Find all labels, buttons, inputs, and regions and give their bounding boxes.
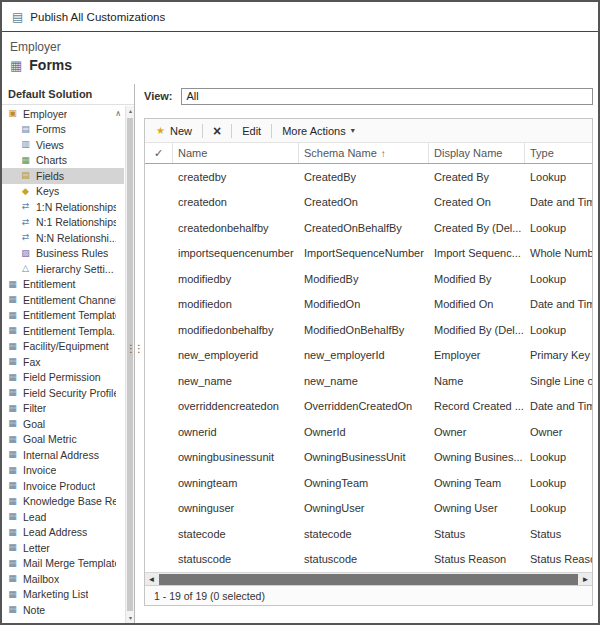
scroll-right-icon[interactable]: ►: [579, 574, 592, 585]
tree-item[interactable]: ▦ Lead Address: [2, 525, 124, 541]
edit-button-label: Edit: [242, 125, 261, 137]
cell-type: Status: [525, 528, 592, 540]
tree-item[interactable]: ▦ Entitlement Templa...: [2, 323, 124, 339]
tree-item[interactable]: ▦ Facility/Equipment: [2, 339, 124, 355]
cell-name: owningteam: [173, 477, 299, 489]
tree-item[interactable]: ▦ Entitlement: [2, 277, 124, 293]
tree-item-label: N:N Relationshi...: [36, 232, 116, 244]
tree-item[interactable]: ▦ Note: [2, 602, 124, 618]
cell-schema-name: new_employerId: [299, 349, 429, 361]
cell-type: Date and Time: [525, 298, 592, 310]
cell-name: statecode: [173, 528, 299, 540]
table-row[interactable]: ownerid OwnerId Owner Owner: [145, 419, 592, 445]
tree-item[interactable]: ▦ Mail Merge Template: [2, 556, 124, 572]
tree-item-label: Internal Address: [23, 449, 99, 461]
sidebar-scrollbar-thumb[interactable]: [127, 118, 133, 611]
publish-all-customizations-button[interactable]: Publish All Customizations: [30, 11, 165, 23]
table-row[interactable]: statecode statecode Status Status: [145, 521, 592, 547]
tree-item[interactable]: ▥ Views: [2, 137, 124, 153]
collapse-chevron-icon[interactable]: ∧: [115, 109, 124, 118]
table-row[interactable]: createdonbehalfby CreatedOnBehalfBy Crea…: [145, 215, 592, 241]
tree-item[interactable]: ⇄ 1:N Relationships: [2, 199, 124, 215]
tree-item[interactable]: ▤ Fields: [2, 168, 124, 184]
more-actions-button[interactable]: More Actions ▾: [277, 123, 360, 139]
cell-name: modifiedon: [173, 298, 299, 310]
tree-item[interactable]: ▦ Entitlement Channel: [2, 292, 124, 308]
new-button[interactable]: ★ New: [151, 123, 197, 139]
view-row: View: All: [144, 86, 593, 106]
column-header-display-name[interactable]: Display Name: [429, 143, 525, 163]
cell-display-name: Modified By (Del...: [429, 324, 525, 336]
table-row[interactable]: createdon CreatedOn Created On Date and …: [145, 190, 592, 216]
tree-item[interactable]: ▦ Filter: [2, 401, 124, 417]
tree-item-label: Employer: [23, 108, 67, 120]
tree-item[interactable]: ▦ Invoice Product: [2, 478, 124, 494]
tree-item[interactable]: ▦ Mailbox: [2, 571, 124, 587]
tree-item[interactable]: ▦ Goal Metric: [2, 432, 124, 448]
tree-item[interactable]: ⇄ N:1 Relationships: [2, 215, 124, 231]
tree-item-icon: ▦: [7, 311, 18, 320]
table-row[interactable]: importsequencenumber ImportSequenceNumbe…: [145, 241, 592, 267]
cell-schema-name: CreatedOn: [299, 196, 429, 208]
table-row[interactable]: overriddencreatedon OverriddenCreatedOn …: [145, 394, 592, 420]
delete-button[interactable]: ×: [208, 122, 226, 140]
tree-item[interactable]: ▤ Forms: [2, 122, 124, 138]
table-row[interactable]: new_name new_name Name Single Line of Te…: [145, 368, 592, 394]
tree-item[interactable]: ▦ Knowledge Base Re...: [2, 494, 124, 510]
tree-item[interactable]: △ Hierarchy Setti...: [2, 261, 124, 277]
column-header-schema-name[interactable]: Schema Name ↑: [299, 143, 429, 163]
scroll-down-icon[interactable]: ▾: [126, 613, 135, 623]
pane-splitter-grip-icon[interactable]: ⋮⋮: [126, 344, 136, 353]
tree-item[interactable]: ⇄ N:N Relationshi...: [2, 230, 124, 246]
scroll-up-icon[interactable]: ▴: [126, 106, 135, 116]
sidebar-scrollbar[interactable]: ▴ ▾: [125, 106, 134, 623]
tree-item[interactable]: ▦ Charts: [2, 153, 124, 169]
scroll-left-icon[interactable]: ◄: [145, 574, 158, 585]
cell-schema-name: OverriddenCreatedOn: [299, 400, 429, 412]
select-all-column-header[interactable]: ✓: [145, 143, 173, 163]
view-select-dropdown[interactable]: All: [181, 88, 593, 105]
tree-item[interactable]: ▨ Business Rules: [2, 246, 124, 262]
cell-display-name: Import Sequenc...: [429, 247, 525, 259]
horizontal-scrollbar[interactable]: ◄ ►: [145, 572, 592, 585]
edit-button[interactable]: Edit: [237, 123, 266, 139]
tree-item-label: Lead: [23, 511, 46, 523]
cell-type: Status Reason: [525, 553, 592, 565]
column-header-label: Schema Name: [304, 147, 377, 159]
cell-name: createdon: [173, 196, 299, 208]
column-header-name[interactable]: Name: [173, 143, 299, 163]
cell-name: modifiedby: [173, 273, 299, 285]
table-row[interactable]: modifiedonbehalfby ModifiedOnBehalfBy Mo…: [145, 317, 592, 343]
tree-item[interactable]: ▣ Employer ∧: [2, 106, 124, 122]
horizontal-scrollbar-thumb[interactable]: [159, 574, 578, 585]
table-row[interactable]: new_employerid new_employerId Employer P…: [145, 343, 592, 369]
table-row[interactable]: owningteam OwningTeam Owning Team Lookup: [145, 470, 592, 496]
cell-type: Lookup: [525, 171, 592, 183]
tree-item[interactable]: ▦ Field Security Profile: [2, 385, 124, 401]
cell-display-name: Owning User: [429, 502, 525, 514]
cell-schema-name: ModifiedOnBehalfBy: [299, 324, 429, 336]
tree-item[interactable]: ▦ Entitlement Template: [2, 308, 124, 324]
tree-item[interactable]: ◆ Keys: [2, 184, 124, 200]
table-row[interactable]: owninguser OwningUser Owning User Lookup: [145, 496, 592, 522]
cell-schema-name: CreatedOnBehalfBy: [299, 222, 429, 234]
tree-item[interactable]: ▦ Letter: [2, 540, 124, 556]
table-row[interactable]: modifiedon ModifiedOn Modified On Date a…: [145, 292, 592, 318]
table-row[interactable]: modifiedby ModifiedBy Modified By Lookup: [145, 266, 592, 292]
column-header-type[interactable]: Type: [525, 143, 592, 163]
table-row[interactable]: createdby CreatedBy Created By Lookup: [145, 164, 592, 190]
cell-schema-name: OwnerId: [299, 426, 429, 438]
table-row[interactable]: owningbusinessunit OwningBusinessUnit Ow…: [145, 445, 592, 471]
tree-item[interactable]: ▦ Invoice: [2, 463, 124, 479]
tree-item-icon: ▨: [20, 249, 31, 258]
tree-item[interactable]: ▦ Marketing List: [2, 587, 124, 603]
table-row[interactable]: statuscode statuscode Status Reason Stat…: [145, 547, 592, 573]
tree-item[interactable]: ▦ Lead: [2, 509, 124, 525]
cell-display-name: Modified On: [429, 298, 525, 310]
tree-item[interactable]: ▦ Fax: [2, 354, 124, 370]
tree-item[interactable]: ▦ Field Permission: [2, 370, 124, 386]
tree-item[interactable]: ▦ Goal: [2, 416, 124, 432]
cell-type: Lookup: [525, 451, 592, 463]
tree-item-label: Note: [23, 604, 45, 616]
tree-item[interactable]: ▦ Internal Address: [2, 447, 124, 463]
